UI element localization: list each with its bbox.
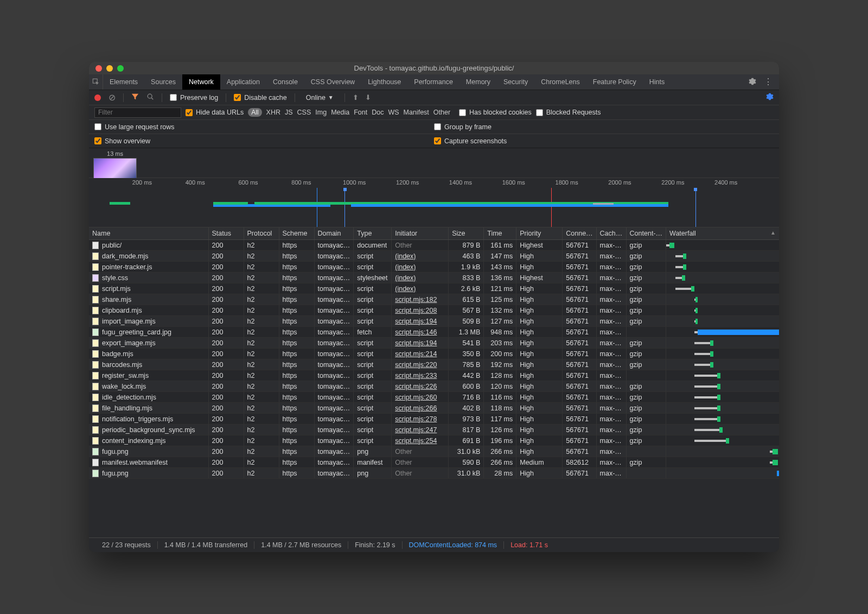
filter-type-css[interactable]: CSS — [297, 109, 311, 116]
cell-initiator[interactable]: script.mjs:260 — [392, 392, 449, 403]
tab-hints[interactable]: Hints — [643, 74, 671, 90]
initiator-link[interactable]: script.mjs:260 — [395, 394, 437, 401]
table-row[interactable]: idle_detection.mjs200h2httpstomayac…scri… — [89, 392, 779, 403]
table-row[interactable]: manifest.webmanifest200h2httpstomayac…ma… — [89, 457, 779, 468]
tab-console[interactable]: Console — [266, 74, 304, 90]
preserve-log-checkbox[interactable]: Preserve log — [170, 94, 218, 102]
cell-initiator[interactable]: script.mjs:146 — [392, 327, 449, 338]
table-row[interactable]: import_image.mjs200h2httpstomayac…script… — [89, 316, 779, 327]
column-header[interactable]: Name — [89, 227, 208, 240]
table-row[interactable]: register_sw.mjs200h2httpstomayac…scripts… — [89, 370, 779, 381]
capture-screenshots-checkbox[interactable]: Capture screenshots — [434, 137, 507, 145]
column-header[interactable]: Domain — [314, 227, 354, 240]
cell-initiator[interactable]: script.mjs:247 — [392, 425, 449, 435]
tab-performance[interactable]: Performance — [407, 74, 459, 90]
initiator-link[interactable]: (index) — [395, 285, 416, 293]
initiator-link[interactable]: (index) — [395, 274, 416, 282]
table-row[interactable]: pointer-tracker.js200h2httpstomayac…scri… — [89, 262, 779, 273]
group-by-frame-checkbox[interactable]: Group by frame — [434, 123, 492, 131]
tab-css-overview[interactable]: CSS Overview — [304, 74, 361, 90]
initiator-link[interactable]: script.mjs:247 — [395, 426, 437, 434]
cell-initiator[interactable]: script.mjs:214 — [392, 349, 449, 359]
close-icon[interactable] — [95, 65, 102, 72]
initiator-link[interactable]: script.mjs:208 — [395, 307, 437, 314]
cell-initiator[interactable]: script.mjs:208 — [392, 305, 449, 316]
column-header[interactable]: Protocol — [244, 227, 279, 240]
table-row[interactable]: wake_lock.mjs200h2httpstomayac…scriptscr… — [89, 381, 779, 392]
table-row[interactable]: export_image.mjs200h2httpstomayac…script… — [89, 338, 779, 349]
tab-chromelens[interactable]: ChromeLens — [534, 74, 586, 90]
column-header[interactable]: Waterfall ▲ — [666, 227, 779, 240]
selection-handle-left[interactable] — [343, 188, 347, 191]
initiator-link[interactable]: script.mjs:254 — [395, 437, 437, 445]
filter-type-media[interactable]: Media — [331, 109, 349, 116]
timeline-overview[interactable]: 200 ms400 ms600 ms800 ms1000 ms1200 ms14… — [89, 178, 779, 227]
throttling-select[interactable]: Online ▼ — [303, 94, 337, 102]
cell-initiator[interactable]: Other — [392, 446, 449, 457]
table-row[interactable]: fugu.png200h2httpstomayac…pngOther31.0 k… — [89, 446, 779, 457]
cell-initiator[interactable]: script.mjs:226 — [392, 381, 449, 392]
table-row[interactable]: style.css200h2httpstomayac…stylesheet(in… — [89, 273, 779, 283]
filter-type-font[interactable]: Font — [354, 109, 367, 116]
cell-initiator[interactable]: Other — [392, 457, 449, 468]
filter-icon[interactable] — [131, 93, 139, 102]
screenshot-thumb[interactable]: 13 ms — [93, 150, 137, 179]
upload-icon[interactable]: ⬆ — [353, 93, 359, 102]
filter-type-other[interactable]: Other — [433, 109, 450, 116]
column-header[interactable]: Conne… — [563, 227, 596, 240]
settings-icon[interactable] — [749, 78, 756, 87]
cell-initiator[interactable]: (index) — [392, 251, 449, 262]
search-icon[interactable] — [146, 93, 154, 102]
initiator-link[interactable]: script.mjs:146 — [395, 328, 437, 336]
cell-initiator[interactable]: script.mjs:278 — [392, 414, 449, 425]
maximize-icon[interactable] — [117, 65, 124, 72]
cell-initiator[interactable]: script.mjs:254 — [392, 435, 449, 446]
initiator-link[interactable]: script.mjs:194 — [395, 339, 437, 347]
column-header[interactable]: Priority — [516, 227, 563, 240]
table-row[interactable]: badge.mjs200h2httpstomayac…scriptscript.… — [89, 349, 779, 359]
cell-initiator[interactable]: script.mjs:194 — [392, 338, 449, 349]
cell-initiator[interactable]: Other — [392, 468, 449, 479]
table-row[interactable]: public/200h2httpstomayac…documentOther87… — [89, 240, 779, 251]
overview-chart[interactable] — [89, 188, 779, 227]
table-row[interactable]: clipboard.mjs200h2httpstomayac…scriptscr… — [89, 305, 779, 316]
tab-application[interactable]: Application — [220, 74, 266, 90]
cell-initiator[interactable]: script.mjs:182 — [392, 294, 449, 305]
table-row[interactable]: periodic_background_sync.mjs200h2httpsto… — [89, 425, 779, 435]
disable-cache-checkbox[interactable]: Disable cache — [234, 94, 287, 102]
column-header[interactable]: Initiator — [392, 227, 449, 240]
table-row[interactable]: file_handling.mjs200h2httpstomayac…scrip… — [89, 403, 779, 414]
tab-network[interactable]: Network — [182, 74, 220, 90]
filter-input[interactable] — [94, 107, 181, 118]
cell-initiator[interactable]: (index) — [392, 283, 449, 294]
filter-type-js[interactable]: JS — [285, 109, 293, 116]
column-header[interactable]: Size — [449, 227, 484, 240]
column-header[interactable]: Time — [484, 227, 516, 240]
clear-icon[interactable]: ⊘ — [108, 92, 116, 103]
initiator-link[interactable]: script.mjs:220 — [395, 361, 437, 369]
tab-elements[interactable]: Elements — [103, 74, 144, 90]
filter-type-ws[interactable]: WS — [388, 109, 399, 116]
column-header[interactable]: Status — [208, 227, 244, 240]
cell-initiator[interactable]: script.mjs:194 — [392, 316, 449, 327]
filter-type-img[interactable]: Img — [315, 109, 327, 116]
table-row[interactable]: share.mjs200h2httpstomayac…scriptscript.… — [89, 294, 779, 305]
table-row[interactable]: fugu_greeting_card.jpg200h2httpstomayac…… — [89, 327, 779, 338]
table-row[interactable]: content_indexing.mjs200h2httpstomayac…sc… — [89, 435, 779, 446]
initiator-link[interactable]: script.mjs:214 — [395, 350, 437, 358]
table-row[interactable]: dark_mode.mjs200h2httpstomayac…script(in… — [89, 251, 779, 262]
column-header[interactable]: Scheme — [279, 227, 314, 240]
filter-type-manifest[interactable]: Manifest — [404, 109, 429, 116]
initiator-link[interactable]: script.mjs:266 — [395, 404, 437, 412]
initiator-link[interactable]: script.mjs:233 — [395, 372, 437, 379]
hide-data-urls-checkbox[interactable]: Hide data URLs — [186, 109, 244, 116]
initiator-link[interactable]: script.mjs:226 — [395, 383, 437, 390]
initiator-link[interactable]: script.mjs:194 — [395, 318, 437, 325]
initiator-link[interactable]: (index) — [395, 252, 416, 260]
tab-sources[interactable]: Sources — [144, 74, 182, 90]
has-blocked-cookies-checkbox[interactable]: Has blocked cookies — [459, 109, 532, 116]
table-row[interactable]: script.mjs200h2httpstomayac…script(index… — [89, 283, 779, 294]
table-row[interactable]: barcodes.mjs200h2httpstomayac…scriptscri… — [89, 359, 779, 370]
network-settings-icon[interactable] — [766, 93, 774, 102]
more-icon[interactable]: ⋮ — [764, 78, 773, 86]
